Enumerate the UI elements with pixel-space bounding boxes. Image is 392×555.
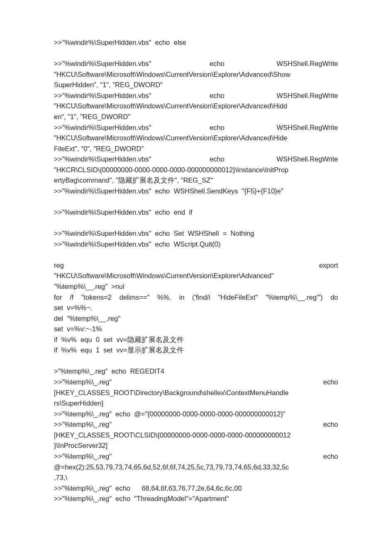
blank-line [54, 48, 338, 59]
code-line: en", "1", "REG_DWORD" [54, 112, 338, 122]
code-line: set v=%v:~-1% [54, 324, 338, 335]
code-line: >>"%windir%\SuperHidden.vbs" echo WSHShe… [54, 90, 338, 101]
blank-line [54, 249, 338, 260]
code-line: SuperHidden", "1", "REG_DWORD" [54, 80, 338, 90]
code-line: if %v% equ 1 set vv=显示扩展名及文件 [54, 345, 338, 356]
code-line: "HKCU\Software\Microsoft\Windows\Current… [54, 271, 338, 281]
code-line: >>"%windir%\SuperHidden.vbs" echo WSHShe… [54, 59, 338, 69]
code-line: }\InProcServer32] [54, 440, 338, 451]
code-line: [HKEY_CLASSES_ROOT\CLSID\{00000000-0000-… [54, 430, 338, 441]
code-line: reg export [54, 260, 338, 271]
code-line: "HKCR\CLSID\{00000000-0000-0000-0000-000… [54, 165, 338, 176]
code-line: FileExt", "0", "REG_DWORD" [54, 144, 338, 154]
code-line: ertyBag\command", "隐藏扩展名及文件", "REG_SZ" [54, 175, 338, 186]
code-line: [HKEY_CLASSES_ROOT\Directory\Background\… [54, 388, 338, 399]
blank-line [54, 356, 338, 367]
code-line: >>"%temp%\_.reg" echo @="{00000000-0000-… [54, 409, 338, 420]
code-line: >>"%temp%\_.reg" echo 68,64,6f,63,76,77,… [54, 483, 338, 494]
code-line: "HKCU\Software\Microsoft\Windows\Current… [54, 101, 338, 112]
code-line: >>"%windir%\SuperHidden.vbs" echo Set WS… [54, 228, 338, 239]
code-line: >"%temp%\_.reg" echo REGEDIT4 [54, 366, 338, 377]
code-line: "HKCU\Software\Microsoft\Windows\Current… [54, 69, 338, 80]
blank-line [54, 218, 338, 229]
code-line: >>"%windir%\SuperHidden.vbs" echo end if [54, 207, 338, 218]
code-line: @=hex(2):25,53,79,73,74,65,6d,52,6f,6f,7… [54, 462, 338, 473]
code-line: >>"%windir%\SuperHidden.vbs" echo WSHShe… [54, 154, 338, 165]
code-line: set v=%%~. [54, 303, 338, 313]
blank-line [54, 196, 338, 207]
code-line: "%temp%\__.reg" >nul [54, 281, 338, 292]
code-line: >>"%temp%\_.reg" echo [54, 451, 338, 462]
code-line: >>"%windir%\SuperHidden.vbs" echo else [54, 37, 338, 48]
code-line: "HKCU\Software\Microsoft\Windows\Current… [54, 133, 338, 144]
code-line: >>"%temp%\_.reg" echo "ThreadingModel"="… [54, 494, 338, 504]
code-line: >>"%temp%\_.reg" echo [54, 419, 338, 430]
code-line: >>"%windir%\SuperHidden.vbs" echo WSHShe… [54, 186, 338, 197]
code-line: >>"%windir%\SuperHidden.vbs" echo WSHShe… [54, 122, 338, 133]
code-line: for /f "tokens=2 delims==" %%. in ('find… [54, 292, 338, 303]
code-line: >>"%windir%\SuperHidden.vbs" echo WScrip… [54, 239, 338, 250]
document-page: >>"%windir%\SuperHidden.vbs" echo else>>… [0, 0, 392, 546]
code-line: if %v% equ 0 set vv=隐藏扩展名及文件 [54, 335, 338, 345]
code-line: >>"%temp%\_.reg" echo [54, 377, 338, 388]
code-line: ,73,\ [54, 472, 338, 483]
code-line: del "%temp%\__.reg" [54, 313, 338, 324]
code-line: rs\SuperHidden] [54, 398, 338, 409]
